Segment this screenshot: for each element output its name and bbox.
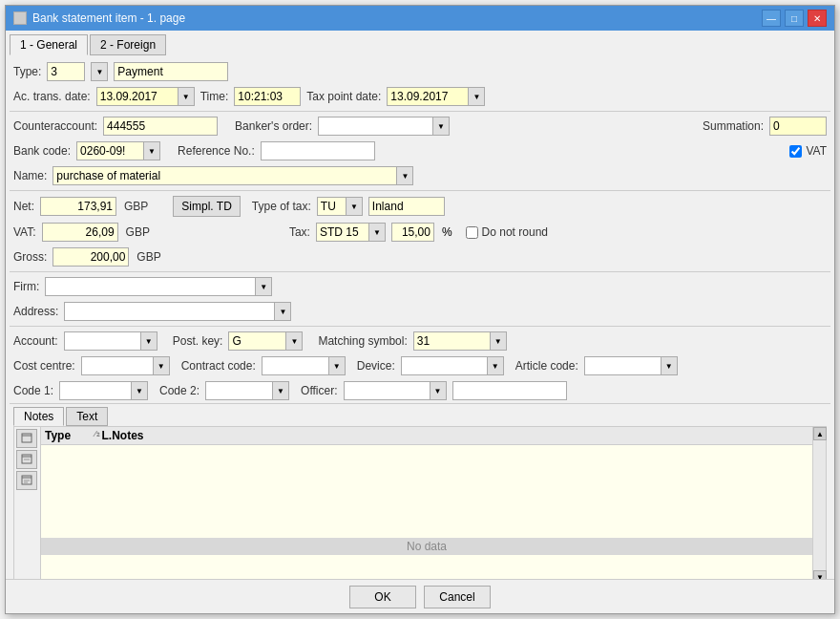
- notes-delete-btn[interactable]: [16, 471, 37, 490]
- minimize-button[interactable]: —: [762, 10, 781, 27]
- vat-input[interactable]: 26,09: [42, 223, 118, 242]
- notes-section: Notes Text Type: [10, 403, 830, 579]
- account-label: Account:: [13, 334, 58, 348]
- code1-combo: ▼: [59, 381, 148, 400]
- bankers-order-input[interactable]: [318, 117, 432, 136]
- type-label: Type:: [13, 65, 41, 78]
- account-row: Account: ▼ Post. key: G ▼ Matching symbo…: [10, 329, 830, 353]
- pct-sign: %: [442, 225, 452, 239]
- officer-extra-input[interactable]: [452, 381, 567, 400]
- codes-row: Code 1: ▼ Code 2: ▼ Officer: ▼: [10, 378, 830, 403]
- firm-dropdown-btn[interactable]: ▼: [255, 277, 272, 296]
- officer-input[interactable]: [344, 381, 430, 400]
- gross-label: Gross:: [13, 250, 47, 264]
- post-key-input[interactable]: G: [228, 331, 285, 351]
- notes-edit-btn[interactable]: [16, 450, 37, 469]
- notes-tab-text[interactable]: Text: [66, 407, 108, 426]
- article-code-dropdown-btn[interactable]: ▼: [661, 356, 678, 375]
- do-not-round-checkbox[interactable]: [466, 226, 478, 239]
- cost-centre-dropdown-btn[interactable]: ▼: [153, 356, 170, 375]
- window-controls: — □ ✕: [762, 10, 827, 27]
- device-dropdown-btn[interactable]: ▼: [487, 356, 504, 375]
- bankers-order-dropdown-btn[interactable]: ▼: [432, 117, 450, 136]
- bank-code-dropdown-btn[interactable]: ▼: [143, 141, 160, 160]
- bank-code-input[interactable]: 0260-09!: [76, 141, 143, 160]
- gross-row: Gross: 200,00 GBP: [10, 245, 830, 269]
- scrollbar-up-btn[interactable]: ▲: [813, 427, 827, 440]
- notes-tabs: Notes Text: [10, 404, 830, 426]
- bankers-order-combo: ▼: [318, 117, 450, 136]
- summation-input[interactable]: 0: [769, 117, 827, 136]
- name-dropdown-btn[interactable]: ▼: [396, 166, 413, 185]
- cost-centre-input[interactable]: [81, 356, 153, 375]
- tax-std-dropdown-btn[interactable]: ▼: [368, 223, 386, 242]
- type-of-tax-inland-input[interactable]: Inland: [368, 197, 445, 216]
- device-combo: ▼: [401, 356, 504, 375]
- window-title: Bank statement item - 1. page: [32, 11, 762, 25]
- account-input[interactable]: [64, 331, 140, 351]
- tax-point-date-dropdown-btn[interactable]: ▼: [468, 87, 485, 106]
- tax-point-date-label: Tax point date:: [306, 90, 381, 103]
- notes-table-header: Type ⁄₂ L.Notes: [41, 427, 812, 445]
- tax-std-input[interactable]: STD 15: [316, 223, 368, 242]
- simpl-td-button[interactable]: Simpl. TD: [173, 196, 240, 217]
- code2-dropdown-btn[interactable]: ▼: [272, 381, 289, 400]
- reference-no-input[interactable]: [261, 141, 375, 160]
- tab-general[interactable]: 1 - General: [10, 34, 88, 55]
- tab-foreign[interactable]: 2 - Foreign: [90, 34, 166, 55]
- contract-code-dropdown-btn[interactable]: ▼: [328, 356, 346, 375]
- time-label: Time:: [200, 90, 229, 103]
- counteraccount-input[interactable]: 444555: [103, 117, 218, 136]
- scrollbar-down-btn[interactable]: ▼: [813, 570, 827, 579]
- firm-row: Firm: ▼: [10, 274, 830, 299]
- type-of-tax-tu-dropdown-btn[interactable]: ▼: [346, 197, 363, 216]
- notes-tab-notes[interactable]: Notes: [13, 407, 64, 426]
- officer-combo: ▼: [344, 381, 447, 400]
- vat-label2: VAT:: [13, 225, 36, 239]
- code1-dropdown-btn[interactable]: ▼: [131, 381, 148, 400]
- maximize-button[interactable]: □: [785, 10, 804, 27]
- firm-input[interactable]: [45, 277, 255, 296]
- name-row: Name: purchase of material ▼: [10, 163, 830, 188]
- vat-checkbox[interactable]: [789, 145, 802, 158]
- close-button[interactable]: ✕: [808, 10, 827, 27]
- bankcode-row: Bank code: 0260-09! ▼ Reference No.: VAT: [10, 139, 830, 163]
- notes-scrollbar: ▲ ▼: [812, 427, 826, 579]
- article-code-label: Article code:: [515, 359, 578, 373]
- code2-input[interactable]: [205, 381, 272, 400]
- device-input[interactable]: [401, 356, 487, 375]
- type-dropdown-btn[interactable]: ▼: [91, 62, 108, 81]
- tax-point-date-input[interactable]: 13.09.2017: [387, 87, 468, 106]
- notes-content: No data: [41, 445, 812, 579]
- article-code-input[interactable]: [584, 356, 661, 375]
- cancel-button[interactable]: Cancel: [424, 586, 491, 608]
- ac-trans-date-dropdown-btn[interactable]: ▼: [178, 87, 195, 106]
- matching-symbol-combo: 31 ▼: [413, 331, 507, 351]
- code1-input[interactable]: [59, 381, 131, 400]
- name-input[interactable]: purchase of material: [52, 166, 396, 185]
- time-input[interactable]: 10:21:03: [234, 87, 301, 106]
- bank-code-label: Bank code:: [13, 144, 71, 158]
- matching-symbol-input[interactable]: 31: [413, 331, 490, 351]
- address-dropdown-btn[interactable]: ▼: [274, 302, 291, 321]
- post-key-dropdown-btn[interactable]: ▼: [285, 331, 303, 351]
- payment-input[interactable]: Payment: [114, 62, 228, 81]
- type-input[interactable]: 3: [47, 62, 85, 81]
- ac-trans-date-input[interactable]: 13.09.2017: [96, 87, 178, 106]
- scrollbar-track[interactable]: [813, 440, 826, 570]
- matching-symbol-dropdown-btn[interactable]: ▼: [490, 331, 507, 351]
- address-input[interactable]: [64, 302, 274, 321]
- gross-input[interactable]: 200,00: [52, 247, 129, 267]
- address-combo: ▼: [64, 302, 291, 321]
- net-input[interactable]: 173,91: [40, 197, 116, 216]
- notes-add-btn[interactable]: [16, 429, 37, 448]
- notes-body: Type ⁄₂ L.Notes No data ▲ ▼: [13, 426, 827, 579]
- notes-col-type: Type: [45, 429, 93, 442]
- type-of-tax-tu-input[interactable]: TU: [317, 197, 346, 216]
- officer-dropdown-btn[interactable]: ▼: [430, 381, 447, 400]
- contract-code-input[interactable]: [262, 356, 328, 375]
- notes-col-lnotes: L.Notes: [102, 429, 144, 442]
- ok-button[interactable]: OK: [349, 586, 416, 608]
- tax-percent-input[interactable]: 15,00: [391, 223, 434, 242]
- account-dropdown-btn[interactable]: ▼: [140, 331, 158, 351]
